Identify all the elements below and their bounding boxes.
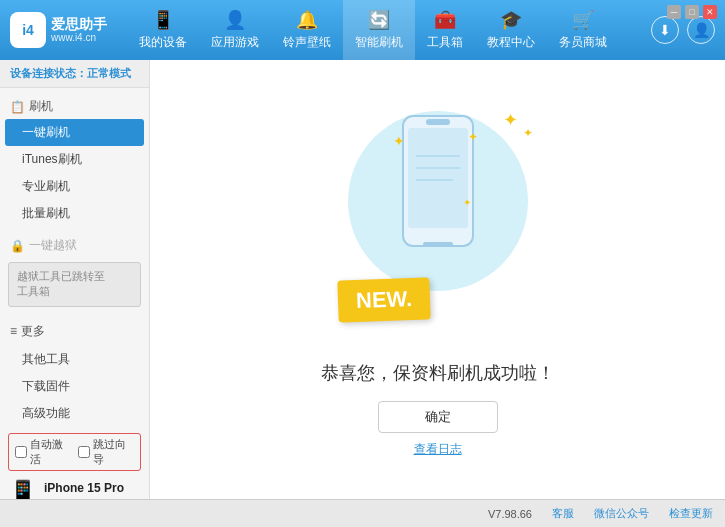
- tutorial-icon: 🎓: [500, 9, 522, 31]
- device-details: iPhone 15 Pro Max 512GB iPhone: [44, 479, 141, 499]
- nav-tab-my-device[interactable]: 📱 我的设备: [127, 0, 199, 60]
- sidebar-item-download-firmware[interactable]: 下载固件: [0, 373, 149, 400]
- logo-icon: i4: [10, 12, 46, 48]
- download-button[interactable]: ⬇: [651, 16, 679, 44]
- sidebar-item-advanced[interactable]: 高级功能: [0, 400, 149, 427]
- nav-tab-tools[interactable]: 🧰 工具箱: [415, 0, 475, 60]
- customer-service-link[interactable]: 客服: [552, 506, 574, 521]
- flash-section-icon: 📋: [10, 100, 25, 114]
- sidebar-item-pro-flash[interactable]: 专业刷机: [0, 173, 149, 200]
- svg-text:✦: ✦: [393, 133, 405, 149]
- logo: i4 爱思助手 www.i4.cn: [10, 12, 107, 48]
- nav-tabs: 📱 我的设备 👤 应用游戏 🔔 铃声壁纸 🔄 智能刷机 🧰 工具箱 🎓 教程中心…: [127, 0, 651, 60]
- minimize-button[interactable]: ─: [667, 5, 681, 19]
- nav-tab-smart-flash[interactable]: 🔄 智能刷机: [343, 0, 415, 60]
- log-link[interactable]: 查看日志: [414, 441, 462, 458]
- header-right: ⬇ 👤: [651, 16, 715, 44]
- svg-rect-1: [408, 128, 468, 228]
- merchant-icon: 🛒: [572, 9, 594, 31]
- sparkle-2: ✦: [523, 126, 533, 140]
- guide-activate-checkbox[interactable]: [78, 446, 90, 458]
- more-section-header: ≡ 更多: [0, 317, 149, 346]
- jailbreak-section-header: 🔒 一键越狱: [0, 233, 149, 258]
- svg-rect-2: [423, 242, 453, 246]
- activation-options: 自动激活 跳过向导: [8, 433, 141, 471]
- sidebar-item-other-tools[interactable]: 其他工具: [0, 346, 149, 373]
- sidebar: 设备连接状态：正常模式 📋 刷机 一键刷机 iTunes刷机 专业刷机 批量刷机…: [0, 60, 150, 499]
- svg-text:✦: ✦: [463, 197, 471, 208]
- sidebar-item-itunes-flash[interactable]: iTunes刷机: [0, 146, 149, 173]
- nav-tab-app-games[interactable]: 👤 应用游戏: [199, 0, 271, 60]
- device-info: 📱 iPhone 15 Pro Max 512GB iPhone: [8, 475, 141, 499]
- tools-icon: 🧰: [434, 9, 456, 31]
- svg-text:✦: ✦: [468, 130, 478, 144]
- more-icon: ≡: [10, 324, 17, 338]
- confirm-button[interactable]: 确定: [378, 401, 498, 433]
- wechat-link[interactable]: 微信公众号: [594, 506, 649, 521]
- content-area: ✦ ✦ ✦ NEW. ✦ ✦ 恭喜您，保资料刷机成功啦！ 确定 查看日志: [150, 60, 725, 499]
- phone-illustration: ✦ ✦ ✦ NEW. ✦ ✦: [328, 101, 548, 341]
- close-button[interactable]: ✕: [703, 5, 717, 19]
- check-update-link[interactable]: 检查更新: [669, 506, 713, 521]
- jailbreak-section: 🔒 一键越狱 越狱工具已跳转至 工具箱: [0, 233, 149, 311]
- new-badge: NEW.: [337, 277, 431, 322]
- nav-tab-ringtone[interactable]: 🔔 铃声壁纸: [271, 0, 343, 60]
- svg-rect-3: [426, 119, 450, 125]
- success-message: 恭喜您，保资料刷机成功啦！: [321, 361, 555, 385]
- nav-tab-merchant[interactable]: 🛒 务员商城: [547, 0, 619, 60]
- smart-flash-icon: 🔄: [368, 9, 390, 31]
- version-label: V7.98.66: [488, 508, 532, 520]
- ringtone-icon: 🔔: [296, 9, 318, 31]
- nav-tab-tutorial[interactable]: 🎓 教程中心: [475, 0, 547, 60]
- my-device-icon: 📱: [152, 9, 174, 31]
- phone-svg: ✦ ✦ ✦: [388, 106, 488, 306]
- sparkle-1: ✦: [503, 109, 518, 131]
- guide-activate-option[interactable]: 跳过向导: [78, 437, 135, 467]
- sidebar-item-one-key-flash[interactable]: 一键刷机: [5, 119, 144, 146]
- flash-section: 📋 刷机 一键刷机 iTunes刷机 专业刷机 批量刷机: [0, 94, 149, 227]
- main-layout: 设备连接状态：正常模式 📋 刷机 一键刷机 iTunes刷机 专业刷机 批量刷机…: [0, 60, 725, 499]
- restore-button[interactable]: □: [685, 5, 699, 19]
- account-button[interactable]: 👤: [687, 16, 715, 44]
- lock-icon: 🔒: [10, 239, 25, 253]
- flash-section-header: 📋 刷机: [0, 94, 149, 119]
- footer-right: V7.98.66 客服 微信公众号 检查更新: [488, 506, 713, 521]
- auto-activate-option[interactable]: 自动激活: [15, 437, 72, 467]
- disabled-notice: 越狱工具已跳转至 工具箱: [8, 262, 141, 307]
- device-name: iPhone 15 Pro Max: [44, 479, 141, 499]
- auto-activate-checkbox[interactable]: [15, 446, 27, 458]
- header: i4 爱思助手 www.i4.cn 📱 我的设备 👤 应用游戏 🔔 铃声壁纸 🔄…: [0, 0, 725, 60]
- device-panel: 自动激活 跳过向导 📱 iPhone 15 Pro Max 512GB iPho…: [0, 427, 149, 499]
- app-games-icon: 👤: [224, 9, 246, 31]
- sidebar-item-batch-flash[interactable]: 批量刷机: [0, 200, 149, 227]
- footer: V7.98.66 客服 微信公众号 检查更新: [0, 499, 725, 527]
- device-phone-icon: 📱: [8, 479, 38, 499]
- logo-text: 爱思助手 www.i4.cn: [51, 16, 107, 45]
- status-bar: 设备连接状态：正常模式: [0, 60, 149, 88]
